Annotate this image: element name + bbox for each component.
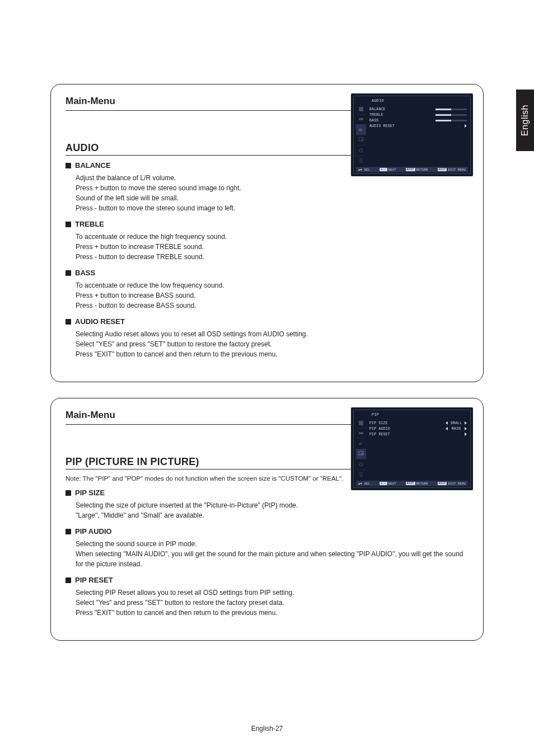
osd-sidebar-icon (356, 469, 366, 480)
svg-point-9 (359, 463, 363, 466)
menu-item-body: Selecting the sound source in PIP mode.W… (76, 539, 469, 569)
osd-footer-exit: EXIT EXIT MENU (438, 168, 466, 172)
bullet-square-icon (65, 163, 71, 168)
osd-sidebar-icon (356, 449, 366, 459)
menu-item-heading: PIP AUDIO (65, 527, 469, 536)
menu-item-title: BASS (75, 269, 95, 277)
menu-item-title: PIP SIZE (75, 489, 105, 497)
arrow-right-icon (465, 421, 467, 425)
svg-rect-5 (359, 421, 363, 425)
arrow-right-icon (465, 124, 467, 128)
osd-row-label: PIP SIZE (369, 421, 414, 425)
osd-footer-sel: ▲▼ SEL (358, 482, 370, 486)
osd-title: PIP (372, 412, 379, 417)
page: English AUDIOBALANCETREBLEBASSAUDIO RESE… (0, 0, 534, 756)
bullet-square-icon (65, 319, 71, 325)
osd-slider (435, 109, 467, 110)
menu-item-title: BALANCE (75, 161, 111, 170)
bullet-square-icon (65, 490, 71, 496)
menu-item: PIP RESETSelecting PIP Reset allows you … (65, 576, 469, 618)
menu-item-title: PIP RESET (75, 576, 113, 584)
svg-rect-1 (359, 118, 363, 120)
osd-value: MAIN (449, 427, 463, 431)
svg-rect-0 (359, 107, 363, 111)
osd-row-label: TREBLE (369, 113, 414, 117)
menu-item-body: Selecting PIP Reset allows you to reset … (76, 588, 469, 618)
bullet-square-icon (65, 529, 71, 534)
osd-row: PIP RESET (369, 431, 467, 437)
osd-content: BALANCETREBLEBASSAUDIO RESET (369, 106, 467, 129)
osd-screenshot: PIPPIP SIZESMALLPIP AUDIOMAINPIP RESET▲▼… (351, 407, 473, 490)
arrow-right-icon (465, 427, 467, 430)
arrow-left-icon (446, 421, 448, 425)
menu-item-body: To accentuate or reduce the high frequen… (76, 232, 469, 262)
osd-sidebar (356, 104, 366, 166)
osd-row: BALANCE (369, 106, 467, 112)
osd-sidebar-icon (356, 459, 366, 469)
svg-rect-3 (361, 139, 363, 140)
osd-screenshot: AUDIOBALANCETREBLEBASSAUDIO RESET▲▼ SEL+… (351, 93, 473, 176)
osd-row-label: BASS (369, 119, 414, 123)
osd-row: BASS (369, 118, 467, 123)
arrow-right-icon (465, 433, 467, 436)
menu-item-title: AUDIO RESET (75, 317, 125, 326)
menu-item: AUDIO RESETSelecting Audio reset allows … (65, 317, 469, 359)
osd-sidebar-icon (356, 104, 366, 114)
menu-item-heading: TREBLE (65, 220, 469, 228)
menu-item-heading: PIP RESET (65, 576, 469, 584)
page-number: English-27 (0, 725, 534, 732)
menu-item-body: Selecting the size of picture inserted a… (76, 500, 469, 520)
osd-footer-return: EXIT RETURN (406, 482, 428, 486)
osd-row-label: PIP AUDIO (369, 427, 414, 431)
menu-item-title: PIP AUDIO (75, 527, 112, 536)
osd-footer: ▲▼ SEL+ - NEXTEXIT RETURNEXIT EXIT MENU (356, 481, 468, 486)
osd-row-label: AUDIO RESET (369, 124, 414, 128)
bullet-square-icon (65, 577, 71, 583)
osd-sidebar-icon (356, 156, 366, 166)
svg-point-4 (359, 149, 363, 152)
menu-card: AUDIOBALANCETREBLEBASSAUDIO RESET▲▼ SEL+… (50, 84, 484, 382)
menu-card: PIPPIP SIZESMALLPIP AUDIOMAINPIP RESET▲▼… (50, 398, 484, 641)
bullet-square-icon (65, 222, 71, 227)
svg-rect-8 (361, 453, 363, 454)
menu-item: PIP AUDIOSelecting the sound source in P… (65, 527, 469, 569)
osd-footer-return: EXIT RETURN (406, 168, 428, 172)
osd-row: AUDIO RESET (369, 123, 467, 129)
osd-footer-next: + - NEXT (380, 168, 396, 172)
osd-content: PIP SIZESMALLPIP AUDIOMAINPIP RESET (369, 420, 467, 437)
osd-footer-next: + - NEXT (380, 482, 396, 486)
osd-row-label: PIP RESET (369, 433, 414, 436)
svg-rect-6 (359, 432, 363, 434)
osd-sidebar-icon (356, 135, 366, 145)
menu-item-heading: AUDIO RESET (65, 317, 469, 326)
osd-row: PIP AUDIOMAIN (369, 426, 467, 431)
osd-value: SMALL (449, 421, 463, 425)
osd-slider (435, 120, 467, 121)
language-tab: English (516, 90, 534, 151)
osd-row-label: BALANCE (369, 107, 414, 111)
osd-sidebar-icon (356, 124, 366, 135)
bullet-square-icon (65, 270, 71, 276)
menu-item-body: Selecting Audio reset allows you to rese… (76, 329, 469, 359)
menu-item-body: Adjust the balance of L/R volume.Press +… (76, 173, 469, 213)
osd-footer-exit: EXIT EXIT MENU (438, 482, 466, 486)
osd-sidebar-icon (356, 438, 366, 449)
osd-slider (435, 114, 467, 116)
osd-title: AUDIO (372, 98, 384, 103)
osd-footer: ▲▼ SEL+ - NEXTEXIT RETURNEXIT EXIT MENU (356, 167, 468, 172)
osd-sidebar-icon (356, 418, 366, 428)
menu-item: TREBLETo accentuate or reduce the high f… (65, 220, 469, 262)
osd-row: TREBLE (369, 112, 467, 118)
menu-item-heading: BASS (65, 269, 469, 277)
osd-sidebar (356, 418, 366, 480)
osd-sidebar-icon (356, 145, 366, 156)
menu-item-title: TREBLE (75, 220, 104, 228)
language-label: English (520, 105, 530, 136)
menu-item: PIP SIZESelecting the size of picture in… (65, 489, 469, 520)
osd-row: PIP SIZESMALL (369, 420, 467, 426)
menu-item: BASSTo accentuate or reduce the low freq… (65, 269, 469, 311)
osd-sidebar-icon (356, 114, 366, 125)
osd-sidebar-icon (356, 428, 366, 439)
arrow-left-icon (446, 427, 448, 430)
menu-item-body: To accentuate or reduce the low frequenc… (76, 280, 469, 311)
